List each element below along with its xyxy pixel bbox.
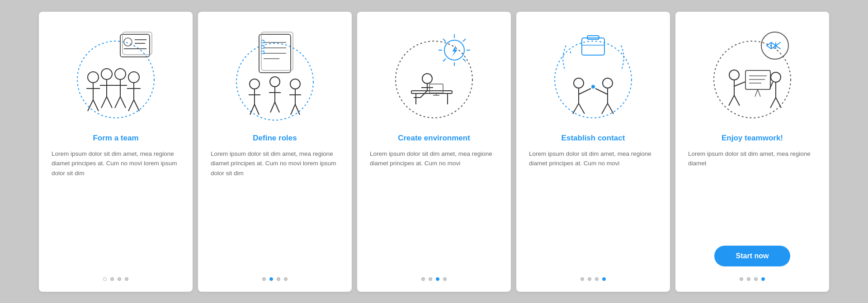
svg-rect-97 bbox=[745, 70, 770, 89]
svg-line-26 bbox=[134, 100, 139, 111]
dot-1 bbox=[262, 277, 266, 281]
svg-point-103 bbox=[771, 72, 781, 82]
svg-line-25 bbox=[128, 100, 134, 111]
svg-line-46 bbox=[275, 102, 279, 112]
dot-2 bbox=[588, 277, 591, 281]
dot-4 bbox=[761, 277, 765, 281]
svg-line-21 bbox=[120, 97, 126, 108]
dot-4 bbox=[125, 277, 128, 281]
svg-line-60 bbox=[463, 39, 466, 42]
card-form-team: Form a team Lorem ipsum dolor sit dim am… bbox=[39, 12, 193, 292]
dot-2 bbox=[110, 277, 114, 281]
card-title-define-roles: Define roles bbox=[253, 134, 297, 143]
dot-3 bbox=[436, 277, 439, 281]
svg-line-107 bbox=[776, 98, 781, 108]
svg-line-50 bbox=[291, 104, 295, 115]
enjoy-teamwork-illustration bbox=[703, 25, 802, 125]
svg-point-37 bbox=[250, 79, 259, 89]
card-dots-define-roles bbox=[262, 277, 288, 281]
dot-1 bbox=[580, 277, 584, 281]
card-title-establish-contact: Establish contact bbox=[561, 134, 625, 143]
cards-container: Form a team Lorem ipsum dolor sit dim am… bbox=[30, 3, 838, 301]
svg-point-42 bbox=[270, 77, 280, 87]
card-text-establish-contact: Lorem ipsum dolor sit dim amet, mea regi… bbox=[529, 149, 657, 268]
svg-point-92 bbox=[729, 70, 739, 80]
svg-rect-70 bbox=[429, 84, 443, 93]
svg-point-77 bbox=[574, 78, 584, 88]
svg-line-102 bbox=[758, 89, 760, 97]
svg-point-12 bbox=[101, 69, 112, 79]
svg-line-81 bbox=[579, 103, 585, 114]
dot-2 bbox=[429, 277, 432, 281]
svg-line-11 bbox=[93, 100, 99, 111]
card-create-environment: Create environment Lorem ipsum dolor sit… bbox=[357, 12, 511, 292]
card-title-enjoy-teamwork: Enjoy teamwork! bbox=[722, 134, 783, 143]
svg-point-62 bbox=[422, 74, 432, 84]
svg-point-27 bbox=[236, 43, 313, 120]
svg-line-80 bbox=[573, 103, 579, 114]
card-text-form-team: Lorem ipsum dolor sit dim amet, mea regi… bbox=[52, 149, 180, 268]
define-roles-illustration bbox=[225, 25, 325, 125]
card-title-create-env: Create environment bbox=[398, 134, 470, 143]
dot-3 bbox=[118, 277, 121, 281]
svg-line-45 bbox=[270, 102, 275, 112]
svg-line-86 bbox=[608, 103, 613, 114]
svg-rect-74 bbox=[582, 38, 604, 55]
svg-rect-1 bbox=[120, 34, 150, 57]
svg-point-22 bbox=[128, 72, 139, 83]
establish-contact-illustration bbox=[543, 25, 643, 125]
svg-line-61 bbox=[443, 59, 446, 61]
card-establish-contact: Establish contact Lorem ipsum dolor sit … bbox=[516, 12, 670, 292]
dot-4 bbox=[602, 277, 606, 281]
svg-line-85 bbox=[602, 103, 608, 114]
svg-line-40 bbox=[250, 104, 255, 115]
dot-3 bbox=[277, 277, 280, 281]
card-dots-create-env bbox=[421, 277, 447, 281]
svg-line-95 bbox=[729, 95, 734, 106]
svg-line-96 bbox=[734, 95, 740, 106]
card-dots-form-team bbox=[103, 277, 128, 281]
dot-1 bbox=[421, 277, 425, 281]
svg-line-59 bbox=[463, 59, 466, 61]
dot-2 bbox=[747, 277, 750, 281]
card-text-create-env: Lorem ipsum dolor sit dim amet, mea regi… bbox=[370, 149, 498, 268]
svg-line-94 bbox=[734, 82, 745, 86]
svg-point-7 bbox=[88, 72, 99, 83]
form-team-illustration bbox=[66, 25, 165, 125]
dot-3 bbox=[595, 277, 599, 281]
card-text-define-roles: Lorem ipsum dolor sit dim amet, mea regi… bbox=[211, 149, 339, 268]
svg-point-52 bbox=[396, 41, 472, 118]
dot-4 bbox=[443, 277, 447, 281]
dot-3 bbox=[754, 277, 758, 281]
svg-line-16 bbox=[107, 97, 112, 108]
dot-4 bbox=[284, 277, 288, 281]
svg-point-89 bbox=[761, 32, 788, 59]
svg-point-82 bbox=[603, 78, 613, 88]
svg-point-73 bbox=[555, 41, 632, 118]
start-now-button[interactable]: Start now bbox=[714, 246, 791, 266]
svg-point-87 bbox=[591, 85, 595, 89]
svg-line-51 bbox=[295, 104, 300, 115]
svg-line-101 bbox=[755, 89, 758, 97]
create-env-illustration bbox=[384, 25, 484, 125]
svg-line-58 bbox=[443, 39, 446, 42]
svg-line-20 bbox=[115, 97, 120, 108]
card-enjoy-teamwork: Enjoy teamwork! Lorem ipsum dolor sit di… bbox=[675, 12, 829, 292]
svg-line-79 bbox=[579, 89, 591, 94]
card-dots-enjoy-teamwork bbox=[740, 277, 765, 281]
svg-line-84 bbox=[595, 89, 608, 94]
svg-rect-36 bbox=[261, 32, 293, 70]
svg-line-15 bbox=[101, 97, 107, 108]
dot-2 bbox=[269, 277, 273, 281]
svg-point-17 bbox=[115, 69, 126, 79]
svg-line-68 bbox=[420, 91, 427, 98]
dot-1 bbox=[103, 277, 107, 281]
card-title-form-team: Form a team bbox=[93, 134, 138, 143]
svg-rect-2 bbox=[124, 38, 132, 46]
card-define-roles: Define roles Lorem ipsum dolor sit dim a… bbox=[198, 12, 352, 292]
svg-point-47 bbox=[290, 79, 300, 89]
svg-line-106 bbox=[770, 98, 776, 108]
svg-line-41 bbox=[255, 104, 259, 115]
card-text-enjoy-teamwork: Lorem ipsum dolor sit dim amet, mea regi… bbox=[688, 149, 816, 238]
card-dots-establish-contact bbox=[580, 277, 606, 281]
